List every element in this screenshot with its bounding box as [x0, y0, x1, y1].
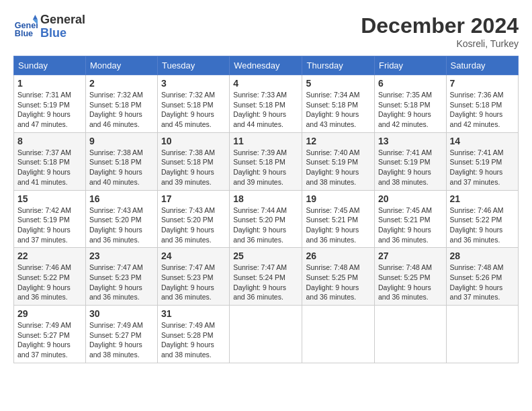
day-info: Sunrise: 7:35 AMSunset: 5:18 PMDaylight:… — [378, 91, 432, 128]
calendar-cell — [446, 306, 518, 363]
day-number: 15 — [17, 193, 82, 204]
calendar-cell: 6 Sunrise: 7:35 AMSunset: 5:18 PMDayligh… — [374, 75, 446, 133]
calendar-cell: 15 Sunrise: 7:42 AMSunset: 5:19 PMDaylig… — [14, 190, 86, 248]
calendar-week-row: 22 Sunrise: 7:46 AMSunset: 5:22 PMDaylig… — [14, 248, 519, 306]
day-number: 13 — [378, 136, 443, 146]
day-number: 12 — [306, 136, 371, 146]
calendar-cell: 28 Sunrise: 7:48 AMSunset: 5:26 PMDaylig… — [446, 248, 518, 306]
day-number: 23 — [89, 250, 154, 261]
day-info: Sunrise: 7:45 AMSunset: 5:21 PMDaylight:… — [306, 206, 359, 244]
calendar-table: SundayMondayTuesdayWednesdayThursdayFrid… — [13, 56, 519, 363]
day-info: Sunrise: 7:39 AMSunset: 5:18 PMDaylight:… — [233, 148, 287, 186]
calendar-cell: 5 Sunrise: 7:34 AMSunset: 5:18 PMDayligh… — [302, 75, 375, 133]
month-title: December 2024 — [361, 13, 519, 38]
calendar-week-row: 1 Sunrise: 7:31 AMSunset: 5:19 PMDayligh… — [14, 75, 519, 133]
day-number: 27 — [378, 250, 443, 261]
logo-line2: Blue — [40, 27, 85, 40]
day-number: 2 — [89, 78, 154, 89]
calendar-week-row: 15 Sunrise: 7:42 AMSunset: 5:19 PMDaylig… — [14, 190, 519, 248]
calendar-cell: 11 Sunrise: 7:39 AMSunset: 5:18 PMDaylig… — [230, 132, 302, 190]
day-of-week-header: Wednesday — [230, 56, 302, 75]
day-of-week-header: Tuesday — [157, 56, 229, 75]
day-number: 20 — [378, 193, 443, 204]
day-number: 31 — [161, 308, 226, 319]
calendar-cell: 9 Sunrise: 7:38 AMSunset: 5:18 PMDayligh… — [85, 132, 157, 190]
day-number: 22 — [17, 250, 82, 261]
calendar-cell — [302, 306, 375, 363]
logo-line1: General — [40, 13, 85, 27]
day-number: 3 — [161, 78, 226, 89]
calendar-cell: 14 Sunrise: 7:41 AMSunset: 5:19 PMDaylig… — [446, 132, 518, 190]
day-info: Sunrise: 7:48 AMSunset: 5:25 PMDaylight:… — [378, 263, 432, 301]
day-info: Sunrise: 7:46 AMSunset: 5:22 PMDaylight:… — [450, 206, 504, 244]
day-number: 17 — [161, 193, 226, 204]
day-info: Sunrise: 7:33 AMSunset: 5:18 PMDaylight:… — [233, 91, 287, 128]
calendar-cell: 27 Sunrise: 7:48 AMSunset: 5:25 PMDaylig… — [374, 248, 446, 306]
day-number: 29 — [17, 308, 82, 319]
calendar-cell: 19 Sunrise: 7:45 AMSunset: 5:21 PMDaylig… — [302, 190, 375, 248]
calendar-cell: 30 Sunrise: 7:49 AMSunset: 5:27 PMDaylig… — [85, 306, 157, 363]
day-info: Sunrise: 7:45 AMSunset: 5:21 PMDaylight:… — [378, 206, 432, 244]
day-info: Sunrise: 7:32 AMSunset: 5:18 PMDaylight:… — [161, 91, 215, 128]
day-of-week-header: Monday — [85, 56, 157, 75]
day-of-week-header: Saturday — [446, 56, 518, 75]
day-number: 14 — [450, 136, 515, 146]
day-info: Sunrise: 7:32 AMSunset: 5:18 PMDaylight:… — [89, 91, 143, 128]
calendar-cell: 2 Sunrise: 7:32 AMSunset: 5:18 PMDayligh… — [85, 75, 157, 133]
calendar-cell: 24 Sunrise: 7:47 AMSunset: 5:23 PMDaylig… — [157, 248, 229, 306]
calendar-cell — [374, 306, 446, 363]
day-number: 8 — [17, 136, 82, 146]
day-info: Sunrise: 7:48 AMSunset: 5:25 PMDaylight:… — [306, 263, 359, 301]
day-number: 16 — [89, 193, 154, 204]
day-info: Sunrise: 7:42 AMSunset: 5:19 PMDaylight:… — [17, 206, 71, 244]
location-subtitle: Kosreli, Turkey — [361, 38, 519, 49]
day-number: 18 — [233, 193, 298, 204]
day-number: 28 — [450, 250, 515, 261]
calendar-cell: 17 Sunrise: 7:43 AMSunset: 5:20 PMDaylig… — [157, 190, 229, 248]
day-number: 25 — [233, 250, 298, 261]
calendar-cell: 12 Sunrise: 7:40 AMSunset: 5:19 PMDaylig… — [302, 132, 375, 190]
calendar-cell: 10 Sunrise: 7:38 AMSunset: 5:18 PMDaylig… — [157, 132, 229, 190]
day-info: Sunrise: 7:43 AMSunset: 5:20 PMDaylight:… — [89, 206, 143, 244]
day-info: Sunrise: 7:46 AMSunset: 5:22 PMDaylight:… — [17, 263, 71, 301]
calendar-cell: 8 Sunrise: 7:37 AMSunset: 5:18 PMDayligh… — [14, 132, 86, 190]
day-info: Sunrise: 7:43 AMSunset: 5:20 PMDaylight:… — [161, 206, 215, 244]
day-info: Sunrise: 7:49 AMSunset: 5:27 PMDaylight:… — [89, 321, 143, 359]
day-info: Sunrise: 7:47 AMSunset: 5:23 PMDaylight:… — [89, 263, 143, 301]
calendar-cell: 23 Sunrise: 7:47 AMSunset: 5:23 PMDaylig… — [85, 248, 157, 306]
day-info: Sunrise: 7:44 AMSunset: 5:20 PMDaylight:… — [233, 206, 287, 244]
svg-text:Blue: Blue — [15, 29, 33, 38]
day-number: 24 — [161, 250, 226, 261]
calendar-cell — [230, 306, 302, 363]
day-info: Sunrise: 7:49 AMSunset: 5:28 PMDaylight:… — [161, 321, 215, 359]
day-number: 1 — [17, 78, 82, 89]
day-of-week-header: Friday — [374, 56, 446, 75]
day-number: 9 — [89, 136, 154, 146]
calendar-body: 1 Sunrise: 7:31 AMSunset: 5:19 PMDayligh… — [14, 75, 519, 363]
calendar-cell: 7 Sunrise: 7:36 AMSunset: 5:18 PMDayligh… — [446, 75, 518, 133]
day-number: 10 — [161, 136, 226, 146]
day-info: Sunrise: 7:49 AMSunset: 5:27 PMDaylight:… — [17, 321, 71, 359]
calendar-cell: 22 Sunrise: 7:46 AMSunset: 5:22 PMDaylig… — [14, 248, 86, 306]
day-number: 30 — [89, 308, 154, 319]
day-info: Sunrise: 7:37 AMSunset: 5:18 PMDaylight:… — [17, 148, 71, 186]
page-header: General Blue General Blue December 2024 … — [13, 13, 519, 49]
logo-text: General Blue — [40, 13, 85, 40]
svg-marker-2 — [33, 15, 38, 19]
calendar-cell: 13 Sunrise: 7:41 AMSunset: 5:19 PMDaylig… — [374, 132, 446, 190]
calendar-cell: 29 Sunrise: 7:49 AMSunset: 5:27 PMDaylig… — [14, 306, 86, 363]
day-info: Sunrise: 7:41 AMSunset: 5:19 PMDaylight:… — [450, 148, 504, 186]
day-of-week-header: Sunday — [14, 56, 86, 75]
day-number: 6 — [378, 78, 443, 89]
day-of-week-header: Thursday — [302, 56, 375, 75]
title-block: December 2024 Kosreli, Turkey — [361, 13, 519, 49]
calendar-cell: 25 Sunrise: 7:47 AMSunset: 5:24 PMDaylig… — [230, 248, 302, 306]
calendar-cell: 1 Sunrise: 7:31 AMSunset: 5:19 PMDayligh… — [14, 75, 86, 133]
day-number: 7 — [450, 78, 515, 89]
day-number: 4 — [233, 78, 298, 89]
day-info: Sunrise: 7:41 AMSunset: 5:19 PMDaylight:… — [378, 148, 432, 186]
calendar-cell: 3 Sunrise: 7:32 AMSunset: 5:18 PMDayligh… — [157, 75, 229, 133]
calendar-header-row: SundayMondayTuesdayWednesdayThursdayFrid… — [14, 56, 519, 75]
day-info: Sunrise: 7:38 AMSunset: 5:18 PMDaylight:… — [161, 148, 215, 186]
day-info: Sunrise: 7:47 AMSunset: 5:23 PMDaylight:… — [161, 263, 215, 301]
